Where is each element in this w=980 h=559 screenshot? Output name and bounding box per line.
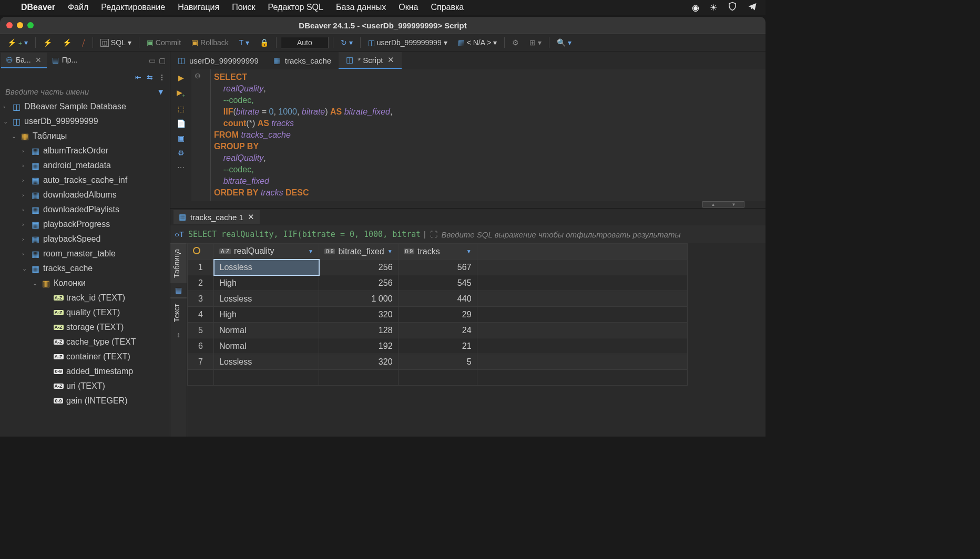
tree-item[interactable]: ›▦playbackSpeed	[0, 232, 170, 246]
grid-icon[interactable]: ▦	[175, 286, 182, 294]
tree-item[interactable]: 0-9gain (INTEGER)	[0, 394, 170, 408]
editor-tab[interactable]: ◫* Script✕	[339, 52, 401, 69]
table-row[interactable]: 5Normal12824	[188, 323, 688, 338]
tree-item[interactable]: ›▦room_master_table	[0, 246, 170, 261]
menu-windows[interactable]: Окна	[399, 3, 418, 12]
settings-icon[interactable]: ⚙	[509, 37, 522, 48]
filter-input[interactable]: Введите часть имени	[5, 87, 89, 96]
new-connection-button[interactable]: ⚡+ ▾	[4, 37, 31, 48]
row-number[interactable]: 5	[188, 323, 214, 338]
menu-file[interactable]: Файл	[68, 3, 88, 12]
close-icon[interactable]: ✕	[35, 56, 42, 64]
cell[interactable]: 21	[398, 338, 477, 354]
record-icon[interactable]: ◉	[692, 3, 699, 13]
column-header[interactable]: A-ZrealQuality▼	[214, 244, 319, 260]
maximize-icon[interactable]: ▢	[159, 56, 166, 65]
close-icon[interactable]: ✕	[248, 212, 254, 222]
shield-icon[interactable]	[728, 2, 737, 13]
tree-item[interactable]: ›▦downloadedPlaylists	[0, 202, 170, 217]
window-close-button[interactable]	[6, 22, 13, 28]
cell[interactable]: 128	[319, 323, 399, 338]
connect-button[interactable]: ⚡	[40, 37, 55, 48]
cell[interactable]: Lossless	[214, 291, 319, 307]
editor-tab[interactable]: ▦tracks_cache	[266, 53, 339, 68]
more-icon[interactable]: ⋯	[177, 163, 185, 172]
tree-item[interactable]: A-Zcache_type (TEXT	[0, 335, 170, 349]
table-row[interactable]: 7Lossless3205	[188, 354, 688, 370]
sql-code-editor[interactable]: SELECT realQuality, --codec, IIF(bitrate…	[210, 69, 765, 201]
select-all-corner[interactable]	[188, 244, 214, 260]
cell[interactable]: Lossless	[214, 260, 319, 275]
tree-item[interactable]: ⌄▦Таблицы	[0, 129, 170, 143]
view-mode-table[interactable]: Таблица	[170, 243, 187, 283]
expand-icon[interactable]: ⛶	[430, 230, 437, 239]
cell[interactable]: 545	[398, 275, 477, 291]
row-number[interactable]: 1	[188, 260, 214, 275]
minimize-icon[interactable]: ▭	[149, 56, 156, 65]
history-button[interactable]: ↻ ▾	[338, 37, 356, 48]
menu-edit[interactable]: Редактирование	[101, 3, 165, 12]
cell[interactable]: 256	[319, 260, 399, 275]
explain-icon[interactable]: ⬚	[178, 105, 185, 113]
cell[interactable]: 440	[398, 291, 477, 307]
app-menu[interactable]: DBeaver	[21, 3, 55, 12]
cell[interactable]: 256	[319, 275, 399, 291]
commit-button[interactable]: ▣ Commit	[144, 37, 184, 48]
column-header[interactable]: 0-9bitrate_fixed▼	[319, 244, 399, 260]
table-row[interactable]: 2High256545	[188, 275, 688, 291]
cell[interactable]: 1 000	[319, 291, 399, 307]
script-icon[interactable]: 📄	[177, 119, 186, 128]
rollback-button[interactable]: ▣ Rollback	[188, 37, 232, 48]
tree-item[interactable]: A-Ztrack_id (TEXT)	[0, 291, 170, 305]
menu-database[interactable]: База данных	[336, 3, 386, 12]
reconnect-button[interactable]: ⚡	[59, 37, 75, 48]
table-row[interactable]: 6Normal19221	[188, 338, 688, 354]
disconnect-button[interactable]: ⧸	[79, 37, 88, 48]
cell[interactable]: 192	[319, 338, 399, 354]
tree-item[interactable]: ›◫DBeaver Sample Database	[0, 99, 170, 114]
telegram-icon[interactable]	[748, 2, 757, 13]
sql-editor-button[interactable]: ◫ SQL ▾	[97, 37, 135, 48]
results-grid[interactable]: A-ZrealQuality▼0-9bitrate_fixed▼0-9track…	[187, 243, 688, 386]
schema-icon[interactable]: ⊞ ▾	[526, 37, 545, 48]
view-mode-text[interactable]: Текст	[170, 298, 187, 327]
sidebar-tab-databases[interactable]: ⛁ Ба... ✕	[1, 53, 47, 68]
terminal-icon[interactable]: ▣	[178, 134, 185, 142]
run-icon[interactable]: ▶	[178, 74, 184, 82]
table-row[interactable]: 1Lossless256567	[188, 260, 688, 275]
tree-item[interactable]: ⌄▥Колонки	[0, 276, 170, 291]
row-number[interactable]: 7	[188, 354, 214, 370]
pane-splitter[interactable]: ▲▼	[170, 201, 765, 208]
link-icon[interactable]: ⇆	[147, 73, 153, 81]
tree-item[interactable]: 0-9added_timestamp	[0, 364, 170, 379]
cell[interactable]: 5	[398, 354, 477, 370]
menu-help[interactable]: Справка	[431, 3, 464, 12]
transaction-mode-button[interactable]: T ▾	[236, 37, 252, 48]
menu-icon[interactable]: ⋮	[158, 73, 166, 81]
tree-item[interactable]: A-Zcontainer (TEXT)	[0, 349, 170, 364]
tree-item[interactable]: ›▦auto_tracks_cache_inf	[0, 173, 170, 188]
cell[interactable]: High	[214, 307, 319, 323]
tree-item[interactable]: A-Zuri (TEXT)	[0, 379, 170, 394]
cell[interactable]: 567	[398, 260, 477, 275]
tree-item[interactable]: ⌄▦tracks_cache	[0, 261, 170, 276]
cell[interactable]: Normal	[214, 323, 319, 338]
window-maximize-button[interactable]	[27, 22, 34, 28]
sort-icon[interactable]: ↕	[177, 330, 180, 339]
row-number[interactable]: 3	[188, 291, 214, 307]
run-script-icon[interactable]: ▶+	[177, 88, 185, 98]
active-db-select[interactable]: ◫ userDb_999999999 ▾	[365, 37, 451, 48]
lock-icon[interactable]: 🔒	[257, 37, 272, 48]
collapse-icon[interactable]: ⇤	[135, 73, 141, 81]
menu-sql-editor[interactable]: Редактор SQL	[268, 3, 323, 12]
close-icon[interactable]: ✕	[387, 55, 394, 65]
table-row[interactable]: 4High32029	[188, 307, 688, 323]
menu-search[interactable]: Поиск	[232, 3, 255, 12]
gear-icon[interactable]: ⚙	[178, 149, 185, 157]
tree-item[interactable]: A-Zquality (TEXT)	[0, 305, 170, 320]
row-number[interactable]: 4	[188, 307, 214, 323]
tree-item[interactable]: ›▦downloadedAlbums	[0, 188, 170, 202]
results-tab[interactable]: ▦ tracks_cache 1 ✕	[173, 210, 260, 224]
tree-item[interactable]: ›▦playbackProgress	[0, 217, 170, 232]
row-number[interactable]: 2	[188, 275, 214, 291]
